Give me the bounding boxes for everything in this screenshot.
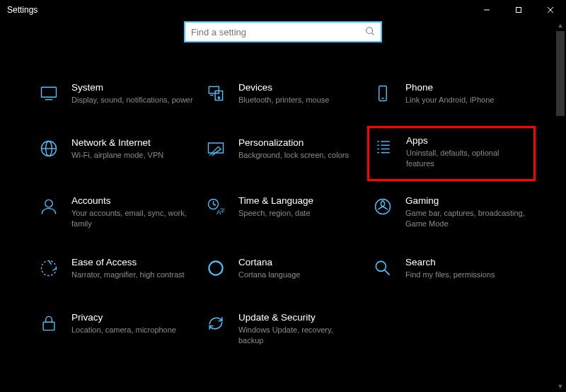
svg-rect-6 (42, 87, 57, 97)
tile-system[interactable]: System Display, sound, notifications, po… (35, 78, 197, 113)
search-input[interactable] (191, 27, 365, 38)
maximize-button[interactable] (502, 0, 534, 20)
tile-ease-of-access[interactable]: Ease of Access Narrator, magnifier, high… (35, 253, 197, 288)
window-controls (470, 0, 566, 20)
personalization-icon (203, 139, 229, 164)
search-wrap (0, 20, 566, 42)
cortana-icon (203, 258, 229, 284)
svg-rect-8 (209, 86, 219, 93)
tile-desc: Windows Update, recovery, backup (238, 325, 360, 346)
scrollbar-down-icon[interactable]: ▼ (555, 381, 566, 392)
tile-desc: Link your Android, iPhone (405, 95, 527, 105)
svg-point-10 (218, 97, 219, 98)
tile-desc: Wi-Fi, airplane mode, VPN (71, 150, 193, 161)
tile-phone[interactable]: Phone Link your Android, iPhone (369, 78, 531, 113)
svg-point-4 (366, 27, 373, 33)
tile-title: Personalization (238, 137, 360, 148)
close-button[interactable] (534, 0, 566, 20)
tile-cortana[interactable]: Cortana Cortana language (202, 253, 364, 288)
svg-line-36 (385, 270, 390, 275)
tile-desc: Display, sound, notifications, power (71, 95, 193, 105)
tile-desc: Location, camera, microphone (71, 325, 193, 335)
globe-icon (36, 139, 62, 164)
content-area: System Display, sound, notifications, po… (0, 20, 566, 392)
tile-time-language[interactable]: A字 Time & Language Speech, region, date (202, 191, 364, 234)
privacy-icon (36, 313, 62, 339)
scrollbar-thumb[interactable] (556, 31, 565, 116)
accounts-icon (36, 197, 62, 222)
tile-title: Time & Language (238, 195, 360, 206)
svg-text:字: 字 (220, 208, 225, 213)
tile-desc: Speech, region, date (238, 208, 360, 219)
system-icon (36, 83, 62, 109)
tile-privacy[interactable]: Privacy Location, camera, microphone (35, 308, 197, 350)
search-category-icon (370, 258, 395, 284)
tile-title: Network & Internet (71, 137, 193, 148)
tile-title: Update & Security (238, 312, 360, 323)
tile-title: Accounts (71, 195, 193, 206)
tile-title: Devices (238, 82, 360, 93)
apps-icon (371, 137, 396, 162)
tile-update-security[interactable]: Update & Security Windows Update, recove… (202, 308, 364, 350)
tile-desc: Find my files, permissions (405, 270, 527, 280)
svg-point-33 (42, 261, 57, 276)
tile-desc: Your accounts, email, sync, work, family (71, 208, 193, 229)
svg-rect-17 (209, 143, 224, 153)
settings-grid: System Display, sound, notifications, po… (0, 78, 566, 350)
tile-title: System (71, 82, 193, 93)
tile-title: Gaming (405, 195, 527, 206)
svg-rect-1 (516, 8, 521, 13)
tile-gaming[interactable]: Gaming Game bar, captures, broadcasting,… (369, 191, 531, 234)
titlebar: Settings (0, 0, 566, 20)
tile-title: Ease of Access (71, 257, 193, 267)
tile-desc: Bluetooth, printers, mouse (238, 95, 360, 105)
search-box[interactable] (184, 21, 382, 42)
minimize-button[interactable] (470, 0, 502, 20)
tile-desc: Narrator, magnifier, high contrast (71, 270, 193, 280)
time-language-icon: A字 (203, 197, 229, 222)
svg-rect-37 (43, 323, 54, 330)
svg-line-5 (372, 33, 374, 35)
tile-title: Search (405, 257, 527, 267)
scrollbar-up-icon[interactable]: ▲ (555, 20, 566, 31)
tile-search[interactable]: Search Find my files, permissions (369, 253, 531, 288)
tile-personalization[interactable]: Personalization Background, lock screen,… (202, 133, 364, 171)
window-title: Settings (7, 5, 37, 15)
gaming-icon (370, 197, 395, 222)
tile-devices[interactable]: Devices Bluetooth, printers, mouse (202, 78, 364, 113)
svg-point-26 (45, 200, 53, 207)
tile-desc: Background, lock screen, colors (238, 150, 360, 161)
devices-icon (203, 83, 229, 109)
tile-title: Cortana (238, 257, 360, 267)
tile-title: Apps (406, 135, 529, 146)
tile-accounts[interactable]: Accounts Your accounts, email, sync, wor… (35, 191, 197, 234)
search-icon (365, 26, 375, 38)
tile-desc: Cortana language (238, 270, 360, 280)
tile-desc: Game bar, captures, broadcasting, Game M… (405, 208, 527, 229)
tile-desc: Uninstall, defaults, optional features (406, 148, 529, 169)
update-icon (203, 313, 229, 339)
svg-point-34 (209, 262, 222, 275)
svg-point-35 (376, 262, 386, 272)
tile-network[interactable]: Network & Internet Wi-Fi, airplane mode,… (35, 133, 197, 171)
tile-apps[interactable]: Apps Uninstall, defaults, optional featu… (367, 126, 536, 181)
phone-icon (370, 83, 395, 109)
ease-of-access-icon (36, 258, 62, 284)
tile-title: Phone (405, 82, 527, 93)
tile-title: Privacy (71, 312, 193, 323)
svg-line-29 (214, 204, 216, 205)
